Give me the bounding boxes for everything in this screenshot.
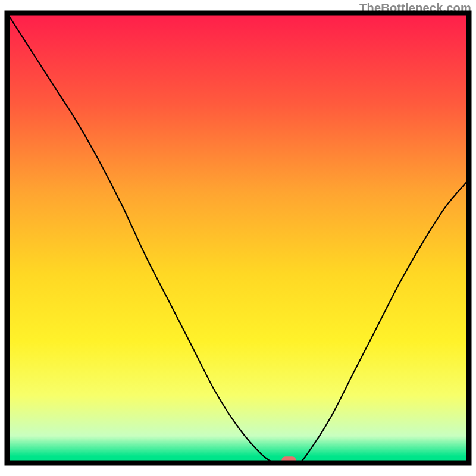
plot-background xyxy=(7,13,469,463)
chart-container: TheBottleneck.com xyxy=(0,0,476,476)
bottleneck-chart xyxy=(0,0,476,476)
